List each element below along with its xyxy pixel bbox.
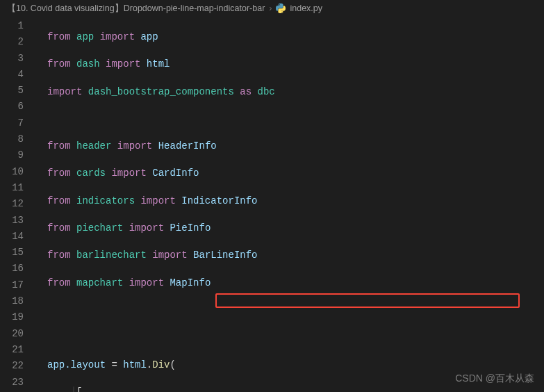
code-line[interactable]: from piechart import PieInfo: [36, 220, 544, 236]
line-number: 5: [0, 83, 36, 99]
code-line[interactable]: from mapchart import MapInfo: [36, 275, 544, 291]
line-number: 14: [0, 229, 36, 245]
line-number: 22: [0, 358, 36, 374]
code-line[interactable]: [36, 302, 544, 318]
code-line[interactable]: import dash_bootstrap_components as dbc: [36, 84, 544, 100]
line-number: 9: [0, 147, 36, 163]
line-number: 23: [0, 375, 36, 391]
line-number: 21: [0, 342, 36, 358]
line-number: 2: [0, 34, 36, 50]
line-number: 12: [0, 196, 36, 212]
code-editor[interactable]: 1 2 3 4 5 6 7 8 9 10 11 12 13 14 15 16 1…: [0, 17, 544, 392]
code-line[interactable]: from header import HeaderInfo: [36, 138, 544, 154]
breadcrumb-seg-2[interactable]: index.py: [290, 3, 322, 13]
code-area[interactable]: from app import app from dash import htm…: [36, 17, 544, 392]
python-file-icon: [276, 3, 286, 13]
line-number: 20: [0, 326, 36, 342]
line-number: 16: [0, 261, 36, 277]
line-number: 13: [0, 213, 36, 229]
breadcrumb-seg-1[interactable]: 【10. Covid data visualizing】Dropdown-pie…: [7, 3, 265, 15]
code-line[interactable]: app.layout = html.Div(: [36, 357, 544, 373]
line-number: 4: [0, 67, 36, 83]
code-line[interactable]: [36, 111, 544, 127]
line-number: 3: [0, 51, 36, 67]
line-number: 6: [0, 99, 36, 115]
line-number-gutter: 1 2 3 4 5 6 7 8 9 10 11 12 13 14 15 16 1…: [0, 17, 36, 392]
code-line[interactable]: from barlinechart import BarLineInfo: [36, 247, 544, 263]
line-number: 10: [0, 164, 36, 180]
breadcrumb[interactable]: 【10. Covid data visualizing】Dropdown-pie…: [0, 0, 544, 17]
line-number: 8: [0, 131, 36, 147]
line-number: 7: [0, 115, 36, 131]
line-number: 1: [0, 18, 36, 34]
code-line[interactable]: from dash import html: [36, 56, 544, 72]
code-line[interactable]: [36, 329, 544, 345]
line-number: 11: [0, 180, 36, 196]
line-number: 18: [0, 293, 36, 309]
code-line[interactable]: │[: [36, 384, 544, 392]
chevron-right-icon: ›: [269, 3, 272, 13]
line-number: 15: [0, 245, 36, 261]
code-line[interactable]: from app import app: [36, 29, 544, 45]
line-number: 17: [0, 277, 36, 293]
code-line[interactable]: from cards import CardInfo: [36, 165, 544, 181]
line-number: 19: [0, 309, 36, 325]
code-line[interactable]: from indicators import IndicatorInfo: [36, 193, 544, 209]
